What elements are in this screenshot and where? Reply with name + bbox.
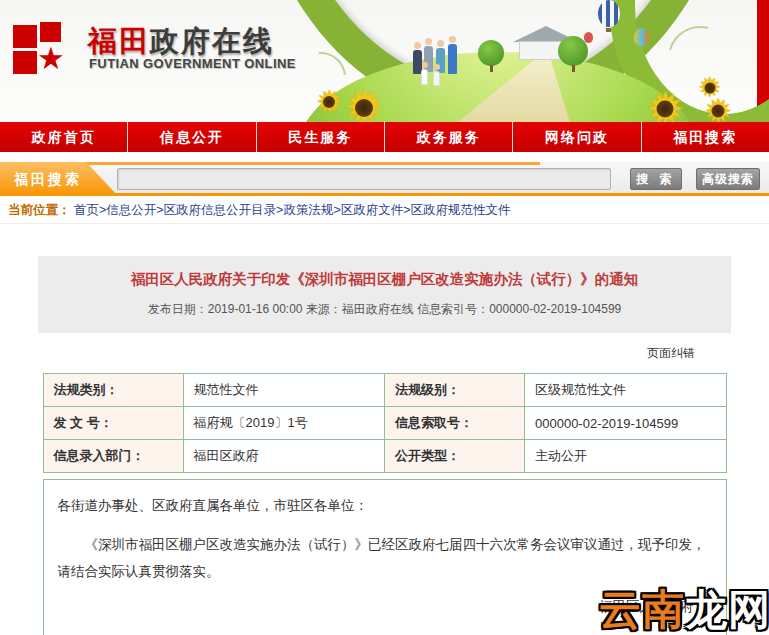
nav-item-gov-services[interactable]: 政务服务 [385,122,513,152]
hot-air-balloon-icon [634,28,649,46]
correction-row: 页面纠错 [38,333,731,368]
sunflower-icon: ✹ [646,86,685,122]
field-label: 法规级别： [384,374,524,407]
tree-icon [478,40,504,66]
hot-air-balloon-icon [584,32,593,43]
document-meta: 发布日期：2019-01-16 00:00 来源：福田政府在线 信息索引号：00… [52,301,717,318]
hot-air-balloon-icon [598,0,620,27]
body-paragraph: 《深圳市福田区棚户区改造实施办法（试行）》已经区政府七届四十六次常务会议审议通过… [58,531,712,585]
watermark-part-2: 龙网 [685,585,769,634]
table-row: 发 文 号： 福府规〔2019〕1号 信息索取号： 000000-02-2019… [43,407,726,440]
advanced-search-button[interactable]: 高级搜索 [696,168,760,190]
breadcrumb-label: 当前位置： [8,203,71,217]
search-input[interactable] [117,168,611,190]
watermark-part-1: 云南 [599,585,685,634]
table-row: 法规类别： 规范性文件 法规级别： 区级规范性文件 [43,374,726,407]
field-label: 信息索取号： [384,407,524,440]
field-value: 000000-02-2019-104599 [524,407,726,440]
field-value: 主动公开 [524,440,726,473]
field-label: 信息录入部门： [43,440,183,473]
breadcrumb-path[interactable]: 首页>信息公开>区政府信息公开目录>政策法规>区政府文件>区政府规范性文件 [74,203,511,217]
nav-gap [0,152,769,162]
search-button[interactable]: 搜 索 [630,168,682,190]
field-value: 规范性文件 [183,374,384,407]
tree-icon [558,36,588,66]
nav-item-info-disclosure[interactable]: 信息公开 [128,122,256,152]
nav-item-futian-search[interactable]: 福田搜索 [642,122,769,152]
article-region: 福田区人民政府关于印发《深圳市福田区棚户区改造实施办法（试行）》的通知 发布日期… [38,256,731,635]
star-icon: ★ [37,40,65,76]
sunflower-icon: ✹ [344,84,384,122]
document-title-block: 福田区人民政府关于印发《深圳市福田区棚户区改造实施办法（试行）》的通知 发布日期… [38,256,731,333]
page-correction-link[interactable]: 页面纠错 [647,346,695,360]
site-watermark: 云南龙网 [599,582,769,635]
sunflower-icon: ✹ [704,94,733,122]
site-title-en: FUTIAN GOVERNMENT ONLINE [89,56,296,71]
family-illustration [413,36,465,94]
nav-item-online-politics[interactable]: 网络问政 [513,122,641,152]
search-tab-label: 福田搜索 [0,162,118,196]
logo-mark-icon: ★ [13,22,67,76]
field-label: 发 文 号： [43,407,183,440]
table-row: 信息录入部门： 福田区政府 公开类型： 主动公开 [43,440,726,473]
field-value: 区级规范性文件 [524,374,726,407]
field-label: 公开类型： [384,440,524,473]
page-title: 福田区人民政府关于印发《深圳市福田区棚户区改造实施办法（试行）》的通知 [52,269,717,289]
site-logo[interactable]: ★ 福田政府在线 FUTIAN GOVERNMENT ONLINE [13,20,273,76]
nav-item-public-services[interactable]: 民生服务 [257,122,385,152]
header-banner: ✹ ✹ ✹ ✹ ✹ ★ 福田政府在线 FUTIAN GOVERNMENT ONL… [0,0,769,122]
main-nav: 政府首页 信息公开 民生服务 政务服务 网络问政 福田搜索 [0,122,769,152]
search-bar: 福田搜索 搜 索 高级搜索 [0,162,769,196]
nav-item-home[interactable]: 政府首页 [0,122,128,152]
field-value: 福府规〔2019〕1号 [183,407,384,440]
document-info-table: 法规类别： 规范性文件 法规级别： 区级规范性文件 发 文 号： 福府规〔201… [43,373,727,473]
field-label: 法规类别： [43,374,183,407]
salutation-text: 各街道办事处、区政府直属各单位，市驻区各单位： [58,492,712,519]
sunflower-icon: ✹ [316,86,343,118]
field-value: 福田区政府 [183,440,384,473]
breadcrumb: 当前位置： 首页>信息公开>区政府信息公开目录>政策法规>区政府文件>区政府规范… [0,196,769,224]
